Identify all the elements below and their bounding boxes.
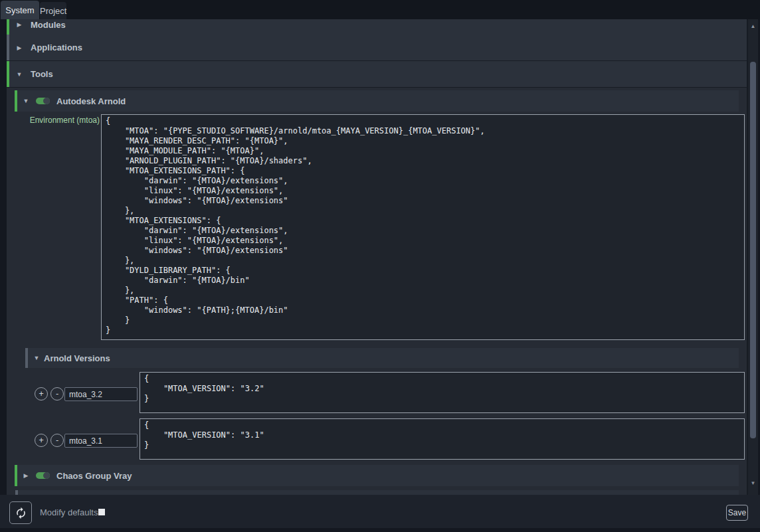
modify-defaults-label: Modify defaults <box>40 507 98 517</box>
vray-enabled-toggle[interactable] <box>36 472 50 479</box>
remove-version-button[interactable]: - <box>50 387 64 400</box>
version-key-input[interactable] <box>64 434 138 448</box>
settings-scroll-area: ▶ Modules ▶ Applications ▼ Tools ▼ Autod… <box>7 19 748 495</box>
refresh-icon <box>15 507 27 519</box>
version-key-input[interactable] <box>64 387 138 401</box>
save-button[interactable]: Save <box>726 505 748 521</box>
expanded-arrow-icon: ▼ <box>15 71 24 78</box>
expanded-arrow-icon: ▼ <box>32 355 41 361</box>
subsection-header-clipped[interactable] <box>15 490 739 495</box>
subsection-title: Autodesk Arnold <box>56 96 126 106</box>
add-version-button[interactable]: + <box>35 387 48 400</box>
version-value-editor[interactable]: { "MTOA_VERSION": "3.1" } <box>140 418 745 460</box>
subsection-title: Arnold Versions <box>44 353 110 363</box>
subsection-header-arnold-versions[interactable]: ▼ Arnold Versions <box>25 348 739 368</box>
tools-section-body: ▼ Autodesk Arnold Environment (mtoa) { "… <box>7 88 747 495</box>
environment-mtoa-label: Environment (mtoa) <box>9 116 100 125</box>
section-title: Modules <box>31 20 66 30</box>
refresh-button[interactable] <box>9 501 32 524</box>
collapsed-arrow-icon: ▶ <box>15 44 24 51</box>
subsection-header-autodesk-arnold[interactable]: ▼ Autodesk Arnold <box>15 90 739 112</box>
subsection-header-chaos-group-vray[interactable]: ▶ Chaos Group Vray <box>15 465 739 486</box>
tab-bar: System Project <box>0 0 760 19</box>
version-value-editor[interactable]: { "MTOA_VERSION": "3.2" } <box>140 372 745 413</box>
tab-project[interactable]: Project <box>40 2 66 19</box>
scroll-down-arrow-icon[interactable]: ▼ <box>748 479 758 488</box>
section-header-tools[interactable]: ▼ Tools <box>7 61 747 87</box>
toggle-knob <box>43 98 50 104</box>
section-title: Tools <box>31 69 53 79</box>
tab-system[interactable]: System <box>1 1 39 19</box>
modify-defaults-checkbox[interactable] <box>98 509 105 515</box>
scroll-up-arrow-icon[interactable]: ▲ <box>748 22 758 31</box>
footer-bar: Modify defaults Save <box>0 495 760 528</box>
environment-mtoa-editor[interactable]: { "MTOA": "{PYPE_STUDIO_SOFTWARE}/arnold… <box>101 114 745 340</box>
arnold-enabled-toggle[interactable] <box>36 98 50 104</box>
toggle-knob <box>43 472 50 479</box>
section-title: Applications <box>31 43 82 52</box>
collapsed-arrow-icon: ▶ <box>15 21 24 28</box>
scrollbar-thumb[interactable] <box>750 62 756 438</box>
vertical-scrollbar[interactable]: ▲ ▼ <box>748 19 758 495</box>
remove-version-button[interactable]: - <box>50 434 64 447</box>
section-header-applications[interactable]: ▶ Applications <box>7 35 747 60</box>
expanded-arrow-icon: ▼ <box>21 98 31 104</box>
collapsed-arrow-icon: ▶ <box>21 472 31 479</box>
subsection-title: Chaos Group Vray <box>56 471 132 481</box>
add-version-button[interactable]: + <box>35 434 48 447</box>
settings-window: System Project ▶ Modules ▶ Applications … <box>0 0 760 532</box>
